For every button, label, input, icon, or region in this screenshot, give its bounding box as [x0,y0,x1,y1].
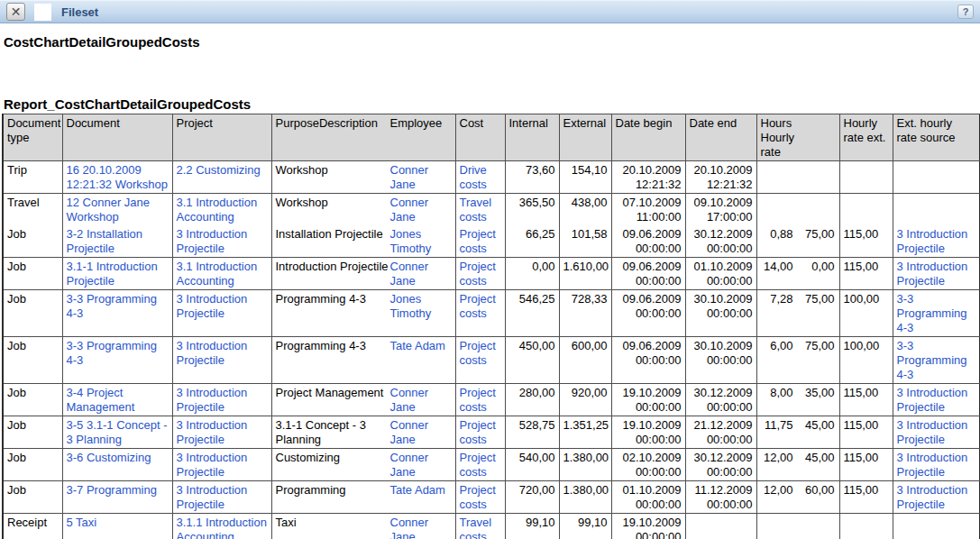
fileset-window: ✕ Fileset ? CostChartDetailGroupedCosts … [0,0,980,539]
hours-value: 0,88 [761,227,793,242]
employee-link[interactable]: Tate Adam [390,339,445,352]
cost-link[interactable]: Project costs [460,483,496,511]
project-link[interactable]: 2.2 Customizing [177,163,261,177]
cost-link[interactable]: Project costs [460,339,496,367]
employee-cell: Conner Jane [390,196,452,224]
hourly-rate-value: 75,00 [797,292,835,306]
col-header-hours-hourly-rate: HoursHourly rate [756,114,839,161]
cost-link[interactable]: Project costs [460,418,496,446]
ext-rate-source-link[interactable]: 3-3 Programming 4-3 [897,292,967,334]
cell-hourly-rate-ext: 115,00 [839,416,893,449]
ext-rate-source-link[interactable]: 3 Introduction Projectile [897,418,968,446]
cell-document-type: Job [3,481,62,514]
close-icon: ✕ [11,5,22,18]
cell-external: 600,00 [559,337,611,384]
project-link[interactable]: 3 Introduction Projectile [177,339,248,367]
cell-cost: Travel costs [455,194,505,226]
document-link[interactable]: 3-6 Customizing [67,451,151,464]
cost-link[interactable]: Project costs [460,260,496,288]
close-button[interactable]: ✕ [6,3,25,21]
cell-document: 3-4 Project Management [62,384,172,416]
date-end-date: 30.10.2009 [690,339,753,353]
col-header-date-end: Date end [685,114,756,161]
employee-link[interactable]: Conner Jane [390,163,429,191]
document-link[interactable]: 3-5 3.1-1 Concept - 3 Planning [67,418,168,446]
employee-cell: Conner Jane [390,163,452,192]
document-link[interactable]: 16 20.10.2009 12:21:32 Workshop [67,163,169,191]
document-link[interactable]: 12 Conner Jane Workshop [67,196,151,224]
cell-date-begin: 09.06.200900:00:00 [611,290,685,337]
ext-rate-source-link[interactable]: 3-3 Programming 4-3 [897,339,967,381]
employee-link[interactable]: Conner Jane [390,260,429,288]
cell-internal: 280,00 [505,384,559,416]
employee-link[interactable]: Jones Timothy [390,292,432,320]
project-link[interactable]: 3.1 Introduction Accounting [177,196,258,224]
cell-document-type: Trip [3,161,62,194]
cell-purpose-employee: Programming 4-3Tate Adam [271,337,455,384]
cost-link[interactable]: Project costs [460,227,496,255]
date-end-date: 30.10.2009 [690,292,753,306]
document-link[interactable]: 3-2 Installation Projectile [67,227,143,255]
employee-link[interactable]: Tate Adam [390,483,445,497]
cost-link[interactable]: Travel costs [460,516,492,539]
ext-rate-source-link[interactable]: 3 Introduction Projectile [897,386,968,414]
project-link[interactable]: 3.1.1 Introduction Accounting [177,516,267,539]
cell-hourly-rate-ext: 115,00 [839,481,893,514]
table-row: Trip16 20.10.2009 12:21:32 Workshop2.2 C… [3,161,979,194]
window-titlebar: ✕ Fileset ? [0,0,980,23]
cell-hours-rate: 6,0075,00 [756,337,839,384]
document-link[interactable]: 5 Taxi [67,516,97,529]
hourly-rate-value: 45,00 [797,418,835,433]
ext-rate-source-link[interactable]: 3 Introduction Projectile [897,483,968,511]
project-link[interactable]: 3.1 Introduction Accounting [177,260,258,288]
table-row: Job3-4 Project Management3 Introduction … [3,384,979,416]
col-header-hourly-rate-ext: Hourly rate ext. [839,114,893,161]
employee-link[interactable]: Conner Jane [390,196,429,224]
date-begin-time: 11:00:00 [616,210,682,224]
cell-document: 3-5 3.1-1 Concept - 3 Planning [62,416,172,449]
hourly-rate-value: 35,00 [797,386,835,400]
ext-rate-source-link[interactable]: 3 Introduction Projectile [897,227,968,255]
cell-ext-rate-source: 3-3 Programming 4-3 [893,337,979,384]
cost-link[interactable]: Project costs [460,451,496,479]
document-link[interactable]: 3-3 Programming 4-3 [67,339,157,367]
cell-date-end: 30.12.200900:00:00 [685,449,756,481]
employee-cell: Conner Jane [390,451,452,480]
project-link[interactable]: 3 Introduction Projectile [177,227,248,255]
cost-link[interactable]: Drive costs [460,163,487,191]
project-link[interactable]: 3 Introduction Projectile [177,483,248,511]
employee-cell: Tate Adam [390,339,452,353]
cost-link[interactable]: Project costs [460,292,496,320]
employee-link[interactable]: Conner Jane [390,418,429,446]
date-begin-time: 00:00:00 [616,465,682,480]
ext-rate-source-link[interactable]: 3 Introduction Projectile [897,260,968,288]
cell-document-type: Job [3,258,62,290]
cell-document: 3-7 Programming [62,481,172,514]
project-link[interactable]: 3 Introduction Projectile [177,386,248,414]
table-row: Job3-3 Programming 4-33 Introduction Pro… [3,337,979,384]
employee-cell: Conner Jane [390,260,452,288]
ext-rate-source-link[interactable]: 3 Introduction Projectile [897,451,968,479]
project-link[interactable]: 3 Introduction Projectile [177,292,248,320]
document-link[interactable]: 3-7 Programming [67,483,157,497]
employee-link[interactable]: Jones Timothy [390,227,432,255]
date-begin-date: 09.06.2009 [616,227,682,242]
cell-date-begin: 09.06.200900:00:00 [611,258,685,290]
cost-link[interactable]: Travel costs [460,196,492,224]
document-link[interactable]: 3.1-1 Introduction Projectile [67,260,158,288]
project-link[interactable]: 3 Introduction Projectile [177,451,248,479]
table-row: Job3.1-1 Introduction Projectile3.1 Intr… [3,258,979,290]
cell-hours-rate: 8,0035,00 [756,384,839,416]
employee-link[interactable]: Conner Jane [390,386,429,414]
employee-link[interactable]: Conner Jane [390,516,429,539]
employee-link[interactable]: Conner Jane [390,451,429,479]
document-link[interactable]: 3-3 Programming 4-3 [67,292,157,320]
cell-external: 728,33 [559,290,611,337]
document-link[interactable]: 3-4 Project Management [67,386,135,414]
help-button[interactable]: ? [957,5,974,19]
cell-hours-rate: 14,000,00 [756,258,839,290]
cost-link[interactable]: Project costs [460,386,496,414]
cell-cost: Drive costs [455,161,505,194]
cell-document-type: Receipt [3,514,62,539]
project-link[interactable]: 3 Introduction Projectile [177,418,248,446]
